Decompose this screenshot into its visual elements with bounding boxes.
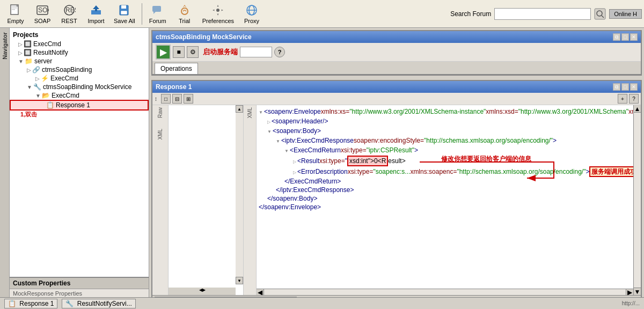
response-title-text: Response 1: [156, 83, 192, 91]
help-icon[interactable]: ?: [274, 47, 285, 57]
resp-restore-btn[interactable]: ⧉: [613, 83, 620, 91]
rest-icon: REST: [63, 4, 76, 17]
toolbar-rest-label: REST: [61, 18, 77, 24]
xml-gutter-label: XML: [247, 107, 253, 119]
bottom-response-icon: 📋: [8, 300, 16, 307]
scroll-h-indicator: ◀▶: [199, 288, 206, 295]
scroll-down[interactable]: ▼: [236, 277, 243, 284]
raw-area[interactable]: [169, 105, 243, 295]
trial-icon: [178, 4, 191, 17]
xml-h-scrollbar[interactable]: ◀ ▶: [257, 289, 633, 295]
resp-maximize-btn[interactable]: □: [621, 83, 629, 91]
scroll-up[interactable]: ▲: [236, 105, 243, 113]
toolbar-forum[interactable]: Forum: [144, 2, 171, 26]
tree-item-execCmd2[interactable]: ▷ ⚡ ExecCmd: [10, 74, 149, 83]
mock-window-title: ctmsSoapBinding MockService ⧉ □ ✕: [152, 31, 641, 43]
center-panel: ctmsSoapBinding MockService ⧉ □ ✕ ▶ ■ ⚙ …: [149, 28, 644, 309]
tree-item-server[interactable]: ▼ 📁 server: [10, 57, 149, 65]
svg-rect-1: [12, 6, 17, 7]
xml-line-2: ▷ <soapenv:Header/>: [259, 117, 631, 127]
xml-line-10: </soapenv:Body>: [259, 194, 631, 203]
resp-btn3[interactable]: ⊞: [184, 94, 193, 104]
separator-1: [142, 3, 142, 25]
xml-editor[interactable]: ▼ <soapenv:Envelope xmlns:xs="http://www…: [257, 105, 633, 289]
port-input[interactable]: [240, 47, 272, 57]
response-toolbar: ⫶ □ ⊟ ⊞ + ?: [152, 93, 641, 105]
toolbar-preferences[interactable]: Preferences: [198, 2, 238, 26]
main-layout: Navigator Projects ▷ 🔲 ExecCmd ▷ 🔲 Resul…: [0, 28, 644, 309]
resp-help-btn[interactable]: ?: [629, 94, 639, 104]
xml-line-11: </soapenv:Envelope>: [259, 203, 631, 211]
scroll-left-btn[interactable]: ◀: [257, 289, 264, 295]
toolbar-right: Search Forum Online H: [450, 8, 642, 20]
toolbar-empty[interactable]: Empty: [2, 2, 29, 26]
scroll-h-track[interactable]: [264, 289, 626, 295]
xml-editor-wrapper: ▼ <soapenv:Envelope xmlns:xs="http://www…: [257, 105, 633, 295]
v-scroll-track[interactable]: [634, 113, 641, 288]
expand-mock: ▼: [27, 84, 32, 90]
toolbar-import[interactable]: Import: [83, 2, 109, 26]
execCmd2-label: ExecCmd: [50, 75, 78, 82]
resp-btn1[interactable]: □: [161, 94, 171, 104]
response-window-controls: ⧉ □ ✕: [613, 83, 638, 91]
mockService-label: ctmsSoapBinding MockService: [43, 83, 131, 91]
online-button[interactable]: Online H: [609, 9, 642, 19]
stop-btn[interactable]: ■: [173, 46, 185, 58]
resp-add-btn[interactable]: +: [618, 94, 627, 104]
expand-server: ▼: [18, 58, 24, 64]
maximize-btn[interactable]: □: [621, 33, 629, 41]
response-title: Response 1 ⧉ □ ✕: [152, 81, 641, 93]
toolbar-soap[interactable]: SOAP SOAP: [29, 2, 56, 26]
bottom-service-label[interactable]: 🔧 ResultNotifyServi...: [62, 299, 135, 308]
toolbar-saveall-label: Save All: [114, 18, 135, 24]
resp-close-btn[interactable]: ✕: [630, 83, 638, 91]
start-service-btn[interactable]: ▶: [156, 45, 171, 60]
operations-tab[interactable]: Operations: [155, 63, 198, 74]
tree-item-response1[interactable]: 📋 Response 1: [10, 100, 149, 111]
close-mock-btn[interactable]: ✕: [630, 33, 638, 41]
tree-item-execCmd[interactable]: ▷ 🔲 ExecCmd: [10, 40, 149, 48]
svg-text:SOAP: SOAP: [38, 6, 49, 14]
mock-toolbar: ▶ ■ ⚙ 启动服务端 ?: [152, 43, 641, 62]
toolbar-preferences-label: Preferences: [202, 18, 234, 24]
tree-item-execCmd3[interactable]: ▼ 📂 ExecCmd: [10, 91, 149, 100]
tree-item-ctmsSoapBinding[interactable]: ▷ 🔗 ctmsSoapBinding: [10, 65, 149, 74]
scroll-right-btn[interactable]: ▶: [626, 289, 633, 295]
toolbar-forum-label: Forum: [149, 18, 166, 24]
bottom-right: http://...: [622, 300, 640, 306]
config-btn[interactable]: ⚙: [187, 46, 199, 58]
v-scroll-up[interactable]: ▲: [634, 105, 641, 113]
toolbar-trial[interactable]: Trial: [171, 2, 198, 26]
tree-item-mockService[interactable]: ▼ 🔧 ctmsSoapBinding MockService: [10, 83, 149, 91]
execCmd3-icon: 📂: [42, 92, 50, 99]
operations-tab-bar: Operations: [152, 62, 641, 75]
navigator-tab[interactable]: Navigator: [0, 28, 10, 309]
annotation-double-click: 1,双击: [10, 111, 149, 119]
restore-btn[interactable]: ⧉: [613, 33, 620, 41]
resp-btn2[interactable]: ⊟: [172, 94, 182, 104]
expand-execCmd2: ▷: [35, 76, 40, 82]
toolbar-rest[interactable]: REST REST: [56, 2, 83, 26]
xml-line-4: ▼ <iptv:ExecCmdResponse soapenv:encoding…: [259, 136, 631, 146]
search-forum-input[interactable]: [494, 8, 591, 20]
svg-rect-13: [121, 11, 127, 14]
mock-icon: 🔧: [33, 83, 41, 91]
scroll-h-bar[interactable]: ◀▶: [169, 288, 236, 295]
toolbar-proxy[interactable]: Proxy: [238, 2, 265, 26]
bottom-url: http://...: [622, 300, 640, 306]
tree-item-resultNotify[interactable]: ▷ 🔲 ResultNotify: [10, 48, 149, 57]
expand-resultNotify: ▷: [18, 50, 23, 56]
forum-icon: [151, 4, 164, 17]
preferences-icon: [211, 4, 224, 17]
toolbar-soap-label: SOAP: [34, 18, 51, 24]
response-body: Raw XML ◀▶ ▲ ▼: [152, 105, 641, 295]
svg-point-17: [216, 9, 219, 12]
bottom-response-text: Response 1: [19, 300, 54, 307]
v-scroll-down[interactable]: ▼: [634, 288, 641, 295]
bottom-response-1-label[interactable]: 📋 Response 1: [4, 299, 57, 308]
toolbar-trial-label: Trial: [179, 18, 190, 24]
scroll-track[interactable]: [236, 113, 243, 277]
execCmd3-label: ExecCmd: [52, 92, 79, 99]
toolbar-saveall[interactable]: Save All: [109, 2, 140, 26]
soap-icon: SOAP: [36, 4, 49, 17]
